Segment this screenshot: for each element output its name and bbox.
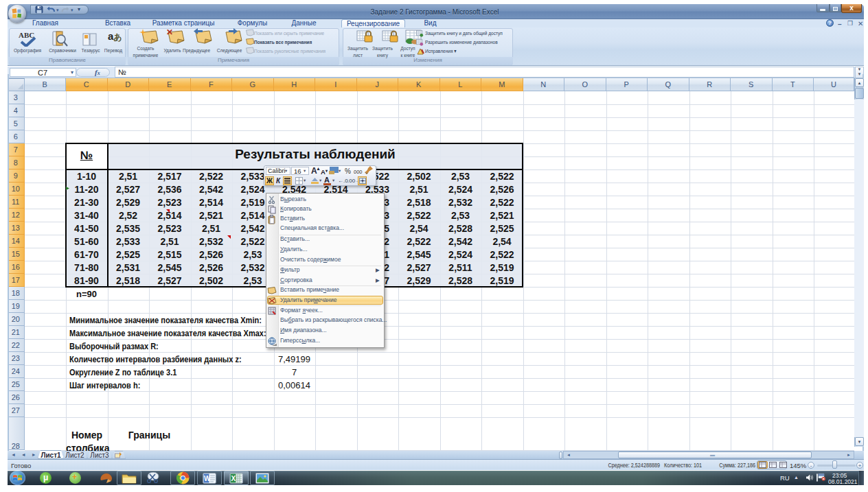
svg-text:W: W bbox=[204, 475, 211, 482]
svg-text:X: X bbox=[231, 475, 236, 482]
